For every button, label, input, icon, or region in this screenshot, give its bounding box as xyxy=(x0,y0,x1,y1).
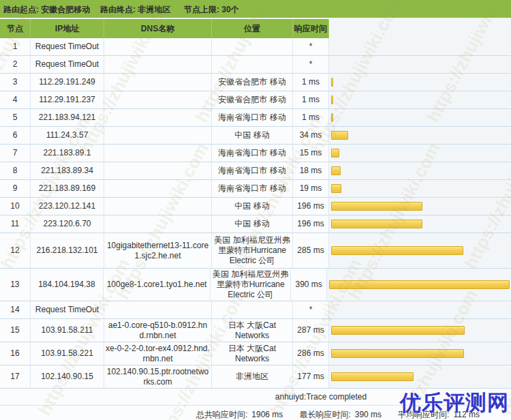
table-row: 1Request TimeOut* xyxy=(0,38,511,56)
ip-cell: Request TimeOut xyxy=(31,38,104,55)
location-cell: 海南省海口市 移动 xyxy=(212,162,293,179)
header-ip: IP地址 xyxy=(31,19,104,38)
location-cell: 美国 加利福尼亚州弗里蒙特市Hurricane Electric 公司 xyxy=(211,269,291,301)
dns-cell: 102.140.90.15.ptr.rootnetworks.com xyxy=(104,365,212,388)
bar-cell xyxy=(329,74,511,91)
dns-cell xyxy=(104,109,212,126)
node-cell: 13 xyxy=(0,269,31,301)
node-cell: 3 xyxy=(0,74,31,91)
table-row: 15103.91.58.211ae1-0.core-q510-b.0912.hn… xyxy=(0,319,511,342)
time-cell: 196 ms xyxy=(293,215,329,232)
node-cell: 14 xyxy=(0,301,31,318)
ip-cell: 221.183.94.121 xyxy=(31,109,104,126)
header-bar xyxy=(329,19,511,38)
bar-cell xyxy=(329,109,511,126)
bar-cell xyxy=(329,301,511,318)
time-cell: 285 ms xyxy=(293,233,329,268)
dns-cell xyxy=(104,162,212,179)
header-location: 位置 xyxy=(212,19,293,38)
bar-cell xyxy=(329,233,511,268)
ip-cell: 111.24.3.57 xyxy=(31,127,104,144)
dns-cell xyxy=(104,215,212,232)
location-cell: 美国 加利福尼亚州弗里蒙特市Hurricane Electric 公司 xyxy=(212,233,293,268)
time-cell: 177 ms xyxy=(293,365,329,388)
ip-cell: 221.183.89.169 xyxy=(31,180,104,197)
node-cell: 1 xyxy=(0,38,31,55)
table-row: 3112.29.191.249安徽省合肥市 移动1 ms xyxy=(0,74,511,91)
response-bar xyxy=(331,220,422,228)
max-response-time: 最长响应时间:390 ms xyxy=(299,409,382,420)
node-cell: 8 xyxy=(0,162,31,179)
time-cell: 286 ms xyxy=(293,342,329,365)
table-row: 4112.29.191.237安徽省合肥市 移动1 ms xyxy=(0,91,511,109)
ip-cell: 221.183.89.1 xyxy=(31,145,104,162)
bar-cell xyxy=(329,56,511,73)
bar-cell xyxy=(327,269,511,301)
node-cell: 12 xyxy=(0,233,31,268)
traceroute-app: https://zhujiwiki.comhttps://zhujiwiki.c… xyxy=(0,0,511,420)
route-origin-label: 路由起点: 安徽合肥移动 xyxy=(3,4,90,16)
bar-cell xyxy=(329,91,511,108)
response-bar xyxy=(331,326,465,335)
response-bar xyxy=(331,246,463,255)
location-cell: 日本 大阪Cat Networks xyxy=(212,342,293,365)
dns-cell xyxy=(104,91,212,108)
ip-cell: 184.104.194.38 xyxy=(31,269,104,301)
table-row: 16103.91.58.221xe-0-2-2-0.tor-ex4.0912.h… xyxy=(0,342,511,365)
time-cell: 18 ms xyxy=(293,162,329,179)
location-cell: 中国 移动 xyxy=(212,127,293,144)
time-cell: 1 ms xyxy=(293,74,329,91)
response-bar xyxy=(331,131,348,140)
bar-cell xyxy=(329,319,511,342)
dns-cell: xe-0-2-2-0.tor-ex4.0912.hnd.rnbn.net xyxy=(104,342,212,365)
bar-cell xyxy=(329,342,511,365)
table-header-row: 节点 IP地址 DNS名称 位置 响应时间 xyxy=(0,19,511,38)
time-cell: * xyxy=(293,38,329,55)
table-row: 12216.218.132.10110gigabitethernet13-11.… xyxy=(0,233,511,269)
response-bar xyxy=(331,149,339,158)
location-cell: 安徽省合肥市 移动 xyxy=(212,74,293,91)
ip-cell: Request TimeOut xyxy=(31,301,104,318)
table-row: 9221.183.89.169海南省海口市 移动19 ms xyxy=(0,180,511,198)
table-row: 11223.120.6.70中国 移动196 ms xyxy=(0,215,511,233)
location-cell: 安徽省合肥市 移动 xyxy=(212,91,293,108)
bar-cell xyxy=(329,215,511,232)
table-body: 1Request TimeOut*2Request TimeOut*3112.2… xyxy=(0,38,511,389)
time-cell: 34 ms xyxy=(293,127,329,144)
table-row: 6111.24.3.57中国 移动34 ms xyxy=(0,127,511,145)
ip-cell: 216.218.132.101 xyxy=(31,233,104,268)
dns-cell xyxy=(104,127,212,144)
dns-cell xyxy=(104,74,212,91)
table-row: 10223.120.12.141中国 移动196 ms xyxy=(0,198,511,215)
response-bar xyxy=(331,349,464,358)
location-cell: 海南省海口市 移动 xyxy=(212,145,293,162)
time-cell: * xyxy=(293,56,329,73)
node-cell: 17 xyxy=(0,365,31,388)
response-bar xyxy=(331,202,422,211)
dns-cell xyxy=(104,56,212,73)
ip-cell: 103.91.58.221 xyxy=(31,342,104,365)
route-destination-label: 路由终点: 非洲地区 xyxy=(100,4,170,16)
header-dns: DNS名称 xyxy=(104,19,212,38)
site-brand-watermark: 优乐评测网 xyxy=(400,389,509,417)
dns-cell xyxy=(104,38,212,55)
response-bar xyxy=(331,78,333,87)
node-cell: 2 xyxy=(0,56,31,73)
bar-cell xyxy=(329,365,511,388)
ip-cell: 112.29.191.249 xyxy=(31,74,104,91)
bar-cell xyxy=(329,198,511,215)
ip-cell: Request TimeOut xyxy=(31,56,104,73)
dns-cell xyxy=(104,198,212,215)
time-cell: * xyxy=(293,301,329,318)
time-cell: 1 ms xyxy=(293,91,329,108)
ip-cell: 221.183.89.34 xyxy=(31,162,104,179)
location-cell: 日本 大阪Cat Networks xyxy=(212,319,293,342)
dns-cell xyxy=(104,180,212,197)
route-info-bar: 路由起点: 安徽合肥移动 路由终点: 非洲地区 节点上限: 30个 xyxy=(0,0,511,19)
response-bar xyxy=(331,95,333,104)
time-cell: 19 ms xyxy=(293,180,329,197)
dns-cell: ae1-0.core-q510-b.0912.hnd.rnbn.net xyxy=(104,319,212,342)
time-cell: 1 ms xyxy=(293,109,329,126)
node-cell: 15 xyxy=(0,319,31,342)
time-cell: 196 ms xyxy=(293,198,329,215)
